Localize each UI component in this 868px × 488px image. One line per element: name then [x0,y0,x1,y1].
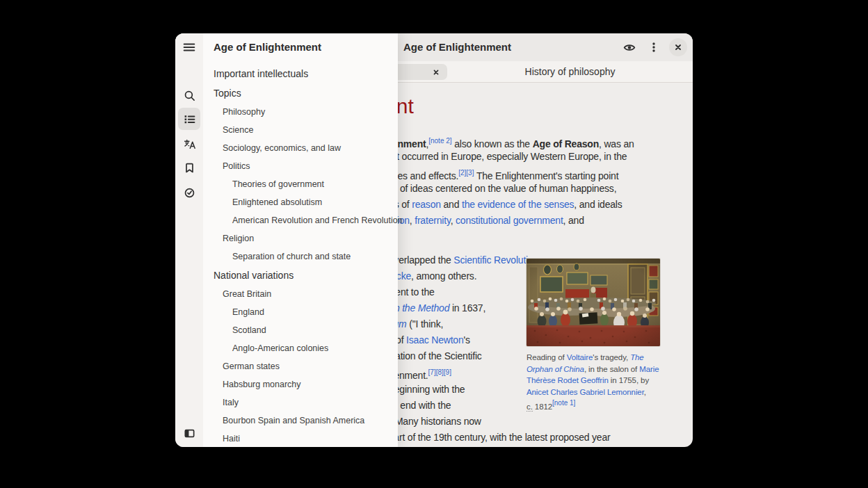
search-icon [184,90,195,101]
history-button[interactable] [178,181,200,204]
close-icon [432,68,440,76]
toc-item[interactable]: Italy [203,393,398,412]
text-segment: Reading of [527,353,567,361]
article-link[interactable]: [2][3] [458,169,474,177]
icon-rail [175,33,203,447]
text-line: Thérèse Rodet Geoffrin in 1755, by [527,375,673,387]
toc-item[interactable]: Great Britain [203,285,398,303]
text-segment: , and ideals [574,199,622,210]
article-link[interactable]: Voltaire [567,353,593,361]
article-link[interactable]: Scientific Revolution [453,254,538,266]
text-segment: c. [527,402,533,412]
text-segment: , in the salon of [584,365,639,373]
text-segment: also known as the [452,138,533,149]
sidebar-toggle-button[interactable] [178,422,200,444]
text-segment: , [644,388,646,396]
toc-item[interactable]: Topics [203,83,398,103]
eye-icon [623,41,636,54]
toc-item[interactable]: Theories of government [203,175,398,193]
text-segment: ("I think, [407,318,444,330]
toc-item[interactable]: Scotland [203,321,398,339]
article-link[interactable]: Anicet Charles Gabriel Lemonnier [527,388,644,396]
close-icon [673,42,683,52]
toc-item[interactable]: England [203,303,398,321]
text-line: c. 1812[note 1] [527,398,673,409]
toc-item[interactable]: National variations [203,266,398,285]
toc-item[interactable]: Politics [203,157,398,175]
reading-mode-button[interactable] [620,38,638,56]
toc-panel-title: Age of Enlightenment [214,33,321,61]
bookmarks-button[interactable] [178,156,200,179]
hamburger-icon [183,41,195,54]
article-link[interactable]: Marie [639,365,659,373]
language-icon [184,138,195,150]
text-segment: 's [464,334,470,345]
toc-item[interactable]: Enlightened absolutism [203,193,398,211]
toc-item[interactable]: Separation of church and state [203,247,398,266]
text-segment: in 1637, [449,302,485,314]
toc-item[interactable]: Science [203,121,398,139]
tab-history-of-philosophy[interactable]: History of philosophy [447,61,693,82]
text-segment: in 1755, by [609,376,649,384]
toc-button[interactable] [178,108,200,130]
toc-item[interactable]: Sociology, economics, and law [203,139,398,157]
close-window-button[interactable] [669,38,687,56]
toc-item[interactable]: Habsburg monarchy [203,375,398,393]
toc-item[interactable]: Haiti [203,430,398,447]
toc-item[interactable]: German states [203,357,398,375]
history-clock-icon [184,187,195,199]
toc-item[interactable]: Religion [203,229,398,247]
window-title: Age of Enlightenment [403,33,511,61]
toc-list: Important intellectualsTopicsPhilosophyS… [203,64,398,447]
article-link[interactable]: [7][8][9] [428,368,451,376]
text-segment: , among others. [411,270,476,282]
languages-button[interactable] [178,133,200,155]
text-segment: , [451,215,456,226]
toc-item[interactable]: Philosophy [203,103,398,121]
salon-painting-illustration [527,259,660,346]
search-button[interactable] [178,84,200,106]
kebab-menu-icon [648,42,659,53]
image-caption: Reading of Voltaire's tragedy, TheOrphan… [527,352,673,409]
text-line: Anicet Charles Gabriel Lemonnier, [527,387,673,398]
article-link[interactable]: constitutional government [456,215,563,226]
article-link[interactable]: Isaac Newton [406,334,463,345]
text-line: Orphan of China, in the salon of Marie [527,364,673,375]
text-segment: 's tragedy, [593,353,630,361]
text-segment: , and [563,215,584,226]
text-line: Reading of Voltaire's tragedy, The [527,352,673,364]
article-link[interactable]: Thérèse Rodet Geoffrin [527,376,609,384]
text-segment: The Enlightenment's starting point [474,170,618,181]
text-segment: and [441,199,462,210]
hamburger-menu-button[interactable] [178,36,200,58]
article-link[interactable]: The [630,353,644,361]
article-image-salon-painting[interactable] [527,259,660,346]
toc-item[interactable]: Bourbon Spain and Spanish America [203,412,398,430]
text-segment: 1812 [533,402,552,411]
article-link[interactable]: [note 1] [552,399,575,407]
article-link[interactable]: reason [412,199,441,210]
text-segment: , was an [599,138,634,149]
article-link[interactable]: [note 2] [428,137,451,145]
article-link[interactable]: the evidence of the senses [462,199,574,210]
sidebar-toggle-icon [184,428,195,439]
toc-item[interactable]: Important intellectuals [203,64,398,83]
article-link[interactable]: Orphan of China [527,365,584,373]
toc-list-icon [184,113,195,125]
toc-panel: Age of Enlightenment Important intellect… [203,33,398,447]
bookmark-icon [184,162,195,174]
tab-close-button[interactable] [430,66,442,78]
toc-item[interactable]: American Revolution and French Revolutio… [203,211,398,229]
text-segment: Age of Reason [533,138,599,149]
toc-item[interactable]: Anglo-American colonies [203,339,398,357]
main-menu-button[interactable] [645,38,663,56]
app-window: Age of Enlightenment Hist [175,33,693,447]
article-link[interactable]: fraternity [415,215,450,226]
